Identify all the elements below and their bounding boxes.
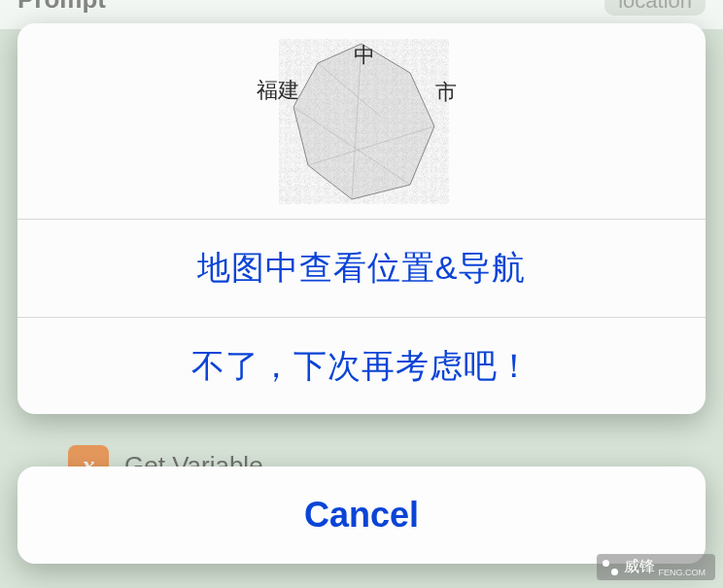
map-snapshot-image: 中 福建 市 bbox=[264, 39, 459, 204]
map-label-top: 中 bbox=[354, 41, 375, 70]
cancel-label: Cancel bbox=[304, 495, 419, 536]
background-prompt-label: Prompt bbox=[17, 0, 106, 15]
action-sheet: 中 福建 市 地图中查看位置&导航 不了，下次再考虑吧！ bbox=[17, 23, 706, 414]
background-location-chip: location bbox=[604, 0, 706, 16]
watermark-text: 威锋 bbox=[624, 557, 655, 577]
action-sheet-option-map[interactable]: 地图中查看位置&导航 bbox=[17, 220, 706, 317]
map-label-right: 市 bbox=[435, 78, 457, 107]
action-sheet-header: 中 福建 市 bbox=[17, 23, 706, 220]
option-label: 地图中查看位置&导航 bbox=[197, 246, 527, 291]
watermark-subtext: FENG.COM bbox=[659, 568, 706, 577]
action-sheet-option-dismiss[interactable]: 不了，下次再考虑吧！ bbox=[17, 317, 706, 414]
option-label: 不了，下次再考虑吧！ bbox=[191, 344, 532, 389]
cancel-button[interactable]: Cancel bbox=[17, 467, 706, 564]
map-label-left: 福建 bbox=[257, 76, 299, 105]
watermark: 威锋 FENG.COM bbox=[597, 554, 716, 580]
watermark-icon bbox=[602, 560, 618, 575]
